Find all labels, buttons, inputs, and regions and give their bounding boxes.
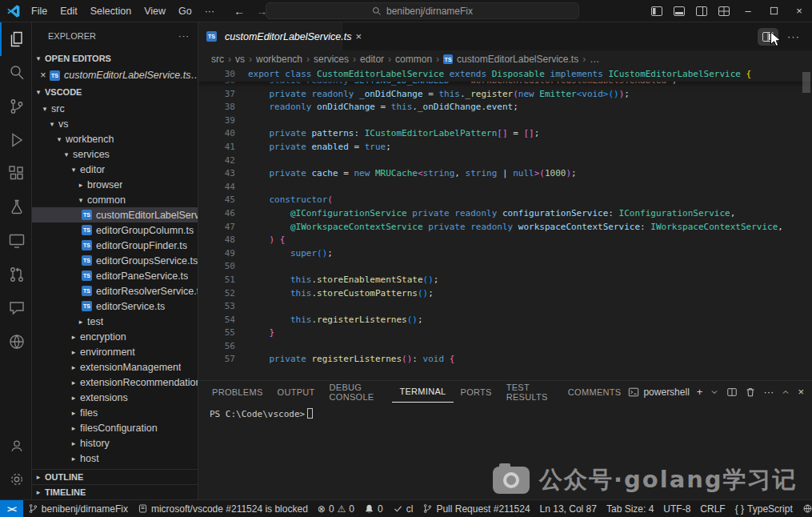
code-line-41[interactable]: 41 private enabled = true; bbox=[198, 141, 812, 154]
breadcrumb-item-common[interactable]: common bbox=[395, 54, 432, 65]
tree-folder-files[interactable]: ▸files bbox=[32, 405, 198, 420]
activity-item-extensions[interactable] bbox=[0, 157, 31, 190]
tree-folder-extensions[interactable]: ▸extensions bbox=[32, 390, 198, 405]
activity-item-azure-account[interactable] bbox=[0, 325, 31, 359]
breadcrumb-item-vs[interactable]: vs bbox=[235, 54, 245, 65]
close-editor-icon[interactable]: × bbox=[37, 70, 50, 81]
activity-item-testing[interactable] bbox=[0, 190, 31, 224]
command-center[interactable]: benibenj/dirnameFix bbox=[266, 2, 579, 19]
menu-item-selection[interactable]: Selection bbox=[84, 2, 138, 20]
eol-sequence[interactable]: CRLF bbox=[695, 500, 730, 517]
code-line-45[interactable]: 45 constructor( bbox=[198, 194, 812, 207]
code-line-30[interactable]: 30export class CustomEditorLabelService … bbox=[198, 68, 812, 82]
toggle-secondary-sidebar-icon[interactable] bbox=[690, 0, 713, 22]
close-tab-icon[interactable]: × bbox=[355, 30, 362, 42]
tree-folder-history[interactable]: ▸history bbox=[32, 435, 198, 451]
breadcrumb-item-file[interactable]: customEditorLabelService.ts bbox=[457, 54, 578, 65]
activity-item-search[interactable] bbox=[0, 56, 31, 90]
activity-item-explorer[interactable] bbox=[0, 22, 31, 56]
terminal-view[interactable]: PS C:\Code\vscode> bbox=[198, 403, 812, 499]
views-more-actions-icon[interactable]: ··· bbox=[178, 31, 190, 41]
close-window-button[interactable]: × bbox=[786, 0, 812, 22]
outline-header[interactable]: ▸ OUTLINE bbox=[32, 469, 198, 484]
code-line-46[interactable]: 46 @IConfigurationService private readon… bbox=[198, 207, 812, 221]
open-editors-header[interactable]: ▾ OPEN EDITORS bbox=[32, 50, 198, 67]
code-line-54[interactable]: 54 this.registerListernes(); bbox=[198, 314, 812, 327]
check-status[interactable]: cl bbox=[388, 500, 418, 517]
minimize-button[interactable]: – bbox=[735, 0, 761, 22]
code-line-48[interactable]: 48 ) { bbox=[198, 234, 812, 247]
notifications-status[interactable]: 0 bbox=[359, 500, 388, 517]
code-line-51[interactable]: 51 this.storeEnablementState(); bbox=[198, 274, 812, 287]
activity-item-remote-explorer[interactable] bbox=[0, 224, 31, 258]
new-terminal-icon[interactable]: + bbox=[697, 386, 703, 398]
tree-folder-browser[interactable]: ▸browser bbox=[32, 177, 198, 192]
accounts-button[interactable] bbox=[0, 429, 31, 463]
tree-file-editorgroupsservice-ts[interactable]: TSeditorGroupsService.ts bbox=[32, 253, 198, 268]
tree-folder-services[interactable]: ▾services bbox=[32, 146, 198, 162]
maximize-panel-icon[interactable] bbox=[781, 387, 790, 397]
settings-button[interactable] bbox=[0, 463, 31, 496]
tree-file-editorresolverservice-ts[interactable]: TSeditorResolverService.ts bbox=[32, 283, 198, 299]
tree-file-editorservice-ts[interactable]: TSeditorService.ts bbox=[32, 299, 198, 314]
code-line-44[interactable]: 44 bbox=[198, 181, 812, 194]
code-line-37[interactable]: 37 private readonly _onDidChange = this.… bbox=[198, 88, 812, 102]
terminal-profile[interactable]: powershell bbox=[628, 387, 689, 398]
breadcrumb-symbol-path[interactable]: … bbox=[590, 54, 599, 65]
editor-scrollbar[interactable] bbox=[802, 72, 810, 93]
tree-folder-extensionrecommendations[interactable]: ▸extensionRecommendations bbox=[32, 375, 198, 390]
code-line-47[interactable]: 47 @IWorkspaceContextService private rea… bbox=[198, 221, 812, 234]
tree-file-editorgroupcolumn-ts[interactable]: TSeditorGroupColumn.ts bbox=[32, 222, 198, 238]
customize-layout-icon[interactable] bbox=[713, 0, 735, 22]
breadcrumb-item-services[interactable]: services bbox=[314, 54, 349, 65]
breadcrumb-item-workbench[interactable]: workbench bbox=[256, 54, 302, 65]
menu-item-edit[interactable]: Edit bbox=[54, 2, 84, 20]
tree-folder-host[interactable]: ▸host bbox=[32, 451, 198, 466]
tree-folder-common[interactable]: ▾common bbox=[32, 192, 198, 207]
panel-tab-comments[interactable]: COMMENTS bbox=[561, 381, 629, 403]
panel-tab-test-results[interactable]: TEST RESULTS bbox=[499, 381, 561, 403]
panel-tab-problems[interactable]: PROBLEMS bbox=[205, 381, 270, 403]
menu-item-more[interactable]: ··· bbox=[198, 2, 222, 20]
tree-file-editorpaneservice-ts[interactable]: TSeditorPaneService.ts bbox=[32, 268, 198, 283]
kill-terminal-icon[interactable] bbox=[745, 387, 756, 398]
panel-tab-debug-console[interactable]: DEBUG CONSOLE bbox=[322, 381, 393, 403]
tree-folder-src[interactable]: ▾src bbox=[32, 101, 198, 116]
open-editor-item[interactable]: × TS customEditorLabelService.ts… bbox=[32, 67, 198, 83]
terminal-dropdown-icon[interactable] bbox=[710, 387, 719, 397]
tree-file-customeditorlabelservic[interactable]: TScustomEditorLabelServic… bbox=[32, 207, 198, 222]
panel-more-actions-icon[interactable]: ··· bbox=[763, 386, 774, 398]
breadcrumb-item-src[interactable]: src bbox=[211, 54, 224, 65]
indentation[interactable]: Tab Size: 4 bbox=[602, 500, 658, 517]
breadcrumb-item-editor[interactable]: editor bbox=[360, 54, 384, 65]
language-mode[interactable]: { } TypeScript bbox=[730, 500, 798, 517]
editor-more-actions-icon[interactable]: ··· bbox=[783, 28, 804, 46]
code-line-52[interactable]: 52 this.storeCustomPatterns(); bbox=[198, 287, 812, 301]
remote-indicator[interactable]: >< bbox=[0, 500, 23, 517]
navigate-back-icon[interactable]: ← bbox=[234, 5, 245, 18]
code-line-43[interactable]: 43 private cache = new MRUCache<string, … bbox=[198, 167, 812, 181]
tree-folder-filesconfiguration[interactable]: ▸filesConfiguration bbox=[32, 420, 198, 435]
feedback-status[interactable] bbox=[798, 500, 812, 517]
panel-tab-terminal[interactable]: TERMINAL bbox=[392, 381, 453, 403]
split-editor-icon[interactable] bbox=[758, 28, 778, 46]
problems-status[interactable]: ⊗ 0 ⚠ 0 bbox=[313, 500, 359, 517]
activity-item-comments[interactable] bbox=[0, 291, 31, 325]
encoding[interactable]: UTF-8 bbox=[658, 500, 695, 517]
menu-item-file[interactable]: File bbox=[25, 2, 54, 20]
activity-item-github-pull-requests[interactable] bbox=[0, 258, 31, 291]
workspace-header[interactable]: ▾ VSCODE bbox=[32, 83, 198, 101]
code-line-40[interactable]: 40 private patterns: ICustomEditorLabelP… bbox=[198, 127, 812, 141]
panel-tab-ports[interactable]: PORTS bbox=[454, 381, 499, 403]
toggle-primary-sidebar-icon[interactable] bbox=[646, 0, 668, 22]
tab-customeditorlabelservice[interactable]: TS customEditorLabelService.ts × bbox=[198, 22, 342, 50]
activity-item-source-control[interactable] bbox=[0, 90, 31, 123]
activity-item-run-and-debug[interactable] bbox=[0, 123, 31, 157]
close-panel-icon[interactable]: × bbox=[798, 386, 804, 398]
code-line-42[interactable]: 42 bbox=[198, 154, 812, 168]
tree-folder-environment[interactable]: ▸environment bbox=[32, 344, 198, 359]
repo-status[interactable]: microsoft/vscode #211524 is blocked bbox=[133, 500, 313, 517]
code-line-56[interactable]: 56 bbox=[198, 340, 812, 354]
tree-file-editorgroupfinder-ts[interactable]: TSeditorGroupFinder.ts bbox=[32, 238, 198, 253]
tree-folder-workbench[interactable]: ▾workbench bbox=[32, 131, 198, 146]
